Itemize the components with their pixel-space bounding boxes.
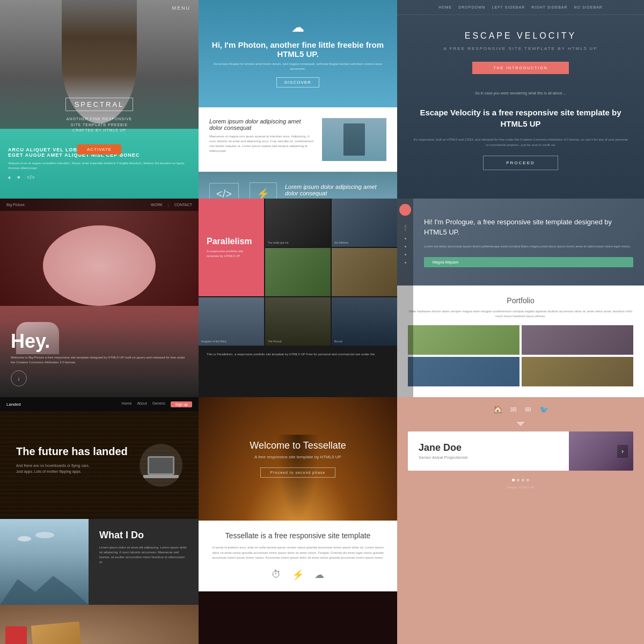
astral-home-icon[interactable]: 🏠 [493, 405, 502, 414]
photon-icon-group: </> ⚡ [209, 182, 277, 199]
astral-dot-1[interactable] [512, 479, 515, 481]
bigpicture-overlay: Hey. Welcome to Big Picture a free respo… [0, 319, 199, 397]
astral-dot-2[interactable] [517, 479, 519, 481]
prologue-dot-2[interactable] [405, 246, 406, 247]
escape-nav-dropdown[interactable]: DROPDOWN [458, 5, 485, 9]
prologue-dot-3[interactable] [405, 254, 406, 255]
astral-twitter-icon[interactable]: 🐦 [539, 405, 548, 414]
photon-body: Accumsan feugiat mi tortreet amet lorem … [209, 62, 386, 71]
photon-bolt-icon: ⚡ [250, 182, 277, 199]
landed-subtitle: And there are no hoverboards or flying c… [16, 463, 140, 474]
escape-small-text: It's responsive, built on HTML5 and CSS3… [397, 137, 644, 148]
escape-proceed-button[interactable]: PROCEED [483, 156, 558, 170]
parallelism-title: Parallelism [207, 237, 256, 246]
landed-scene-image [0, 519, 89, 605]
photon-section2: </> ⚡ Lorem ipsum dolor adipiscing amet … [199, 172, 397, 199]
escape-big-text: Escape Velocity is a free responsive sit… [397, 107, 644, 129]
landed-whatido-section: What I Do Lorem ipsum dolor sit amet eli… [0, 519, 199, 605]
prologue-begin-button[interactable]: Magna Aliquam [424, 257, 633, 267]
escape-intro-text: So in case you were wondering what this … [397, 85, 644, 101]
bigpicture-nav-work[interactable]: WORK [151, 203, 163, 207]
parallelism-top-grid: Parallelism A responsive portfolio site … [199, 199, 397, 296]
landed-what-title: What I Do [99, 530, 188, 541]
prologue-portfolio-body: Vitae habitasse dictum aliam semper magn… [408, 309, 633, 319]
landed-nav-home[interactable]: Home [122, 401, 132, 407]
bigpicture-logo: Big Picture [6, 203, 25, 207]
prologue-dot-4[interactable] [405, 262, 406, 264]
photon-cloud-icon: ☁ [291, 20, 304, 35]
photon-image [322, 118, 386, 161]
landed-nav-about[interactable]: About [137, 401, 147, 407]
tessellate-hero: Welcome to Tessellate A free responsive … [199, 397, 397, 521]
astral-social-icons: 🏠 ✉ ✉ 🐦 [397, 397, 644, 422]
parallelism-title-cell: Parallelism A responsive portfolio site … [199, 199, 264, 296]
escape-nav-left[interactable]: LEFT SIDEBAR [492, 5, 525, 9]
escape-panel: HOME DROPDOWN LEFT SIDEBAR RIGHT SIDEBAR… [397, 0, 644, 199]
photon-panel: ☁ Hi, I'm Photon, another fine little fr… [199, 0, 397, 199]
landed-hero: The future has landed And there are no h… [0, 412, 199, 519]
astral-chevron [397, 422, 644, 426]
bigpicture-nav-contact[interactable]: CONTACT [174, 203, 192, 207]
photon-text2-block: Lorem ipsum dolor adipiscing amet dolor … [285, 184, 386, 199]
astral-dot-4[interactable] [526, 479, 529, 481]
photon-hero: ☁ Hi, I'm Photon, another fine little fr… [199, 0, 397, 107]
prologue-sidebar: MENU [397, 199, 413, 397]
landed-signup-button[interactable]: Sign up [171, 401, 192, 407]
prologue-portfolio-img-4[interactable] [522, 357, 633, 386]
bigpicture-description: Welcome to Big Picture a free responsive… [11, 355, 188, 365]
photon-text-block: Lorem ipsum dolor adipiscing amet dolor … [209, 118, 314, 153]
astral-mail-icon-2[interactable]: ✉ [525, 405, 531, 414]
parallelism-panel: Parallelism A responsive portfolio site … [199, 199, 397, 397]
parallelism-img-1: You really got me [265, 199, 331, 247]
prologue-portfolio-section: Portfolio Vitae habitasse dictum aliam s… [397, 286, 644, 397]
prologue-body: Lorem est tellus accumsan ipsum lorem pe… [424, 244, 633, 250]
photon-image-person [322, 118, 386, 161]
escape-title: ESCAPE VELOCITY [397, 15, 644, 46]
parallelism-img-3 [265, 248, 331, 296]
astral-dot-3[interactable] [522, 479, 524, 481]
spectral-subtitle: ANOTHER FINE RESPONSIVESITE TEMPLATE FRE… [67, 116, 133, 134]
spectral-icon-2: ♥ [17, 174, 20, 180]
prologue-panel: MENU Hi! I'm Prologue, a free responsive… [397, 199, 644, 397]
photon-discover-button[interactable]: DISCOVER [276, 77, 319, 87]
photon-content-section: Lorem ipsum dolor adipiscing amet dolor … [199, 107, 397, 172]
prologue-avatar [399, 204, 411, 216]
prologue-portfolio-img-3[interactable] [408, 357, 519, 386]
spectral-activate-button[interactable]: ACTIVATE [77, 144, 121, 155]
photon-section-heading: Lorem ipsum dolor adipiscing amet dolor … [209, 118, 314, 131]
parallelism-img-7: Bound [332, 297, 397, 346]
astral-footer-links: Design: HTML5 UP [408, 486, 633, 489]
astral-pagination-dots [408, 479, 633, 481]
escape-nav-right[interactable]: RIGHT SIDEBAR [531, 5, 567, 9]
tessellate-clock-icon: ⏱ [272, 569, 281, 581]
bigpicture-hey-text: Hey. [11, 330, 188, 353]
prologue-portfolio-img-1[interactable] [408, 325, 519, 355]
bigpicture-scroll-indicator: ↓ [11, 370, 27, 386]
astral-next-button[interactable]: › [617, 445, 628, 458]
landed-laptop-icon [140, 444, 182, 487]
spectral-menu: MENU [172, 5, 191, 11]
astral-card: Jane Doe Senior Astral Projectionist › [408, 431, 633, 471]
astral-name: Jane Doe [419, 442, 558, 453]
parallelism-img-6: The Pursuit [265, 297, 331, 346]
escape-nav-no[interactable]: NO SIDEBAR [574, 5, 603, 9]
escape-nav: HOME DROPDOWN LEFT SIDEBAR RIGHT SIDEBAR… [397, 0, 644, 15]
prologue-main-section: Hi! I'm Prologue, a free responsive site… [413, 199, 644, 286]
escape-nav-home[interactable]: HOME [438, 5, 452, 9]
astral-footer: Design: HTML5 UP [397, 471, 644, 494]
photon-section-body: Maecenas ut magna non quam acuerat at in… [209, 134, 314, 153]
tessellate-content-body: Ut porta id pretium arcu, ante mi nulla … [209, 545, 386, 561]
astral-mail-icon-1[interactable]: ✉ [510, 405, 517, 414]
astral-role: Senior Astral Projectionist [419, 455, 558, 460]
prologue-dot-1[interactable] [405, 238, 406, 239]
landed-desk-section [0, 605, 199, 644]
bigpicture-nav: Big Picture WORK | CONTACT [0, 199, 199, 211]
bigpicture-panel: Big Picture WORK | CONTACT Hey. Welcome … [0, 199, 199, 397]
prologue-portfolio-img-2[interactable] [522, 325, 633, 355]
tessellate-proceed-button[interactable]: Proceed to second phase [260, 467, 335, 478]
prologue-portfolio-title: Portfolio [408, 296, 633, 305]
landed-nav-generic[interactable]: Generic [152, 401, 166, 407]
prologue-portfolio-grid [408, 325, 633, 386]
parallelism-img-4 [332, 248, 397, 296]
escape-subtitle: A FREE RESPONSIVE SITE TEMPLATE BY HTML5… [397, 46, 644, 51]
